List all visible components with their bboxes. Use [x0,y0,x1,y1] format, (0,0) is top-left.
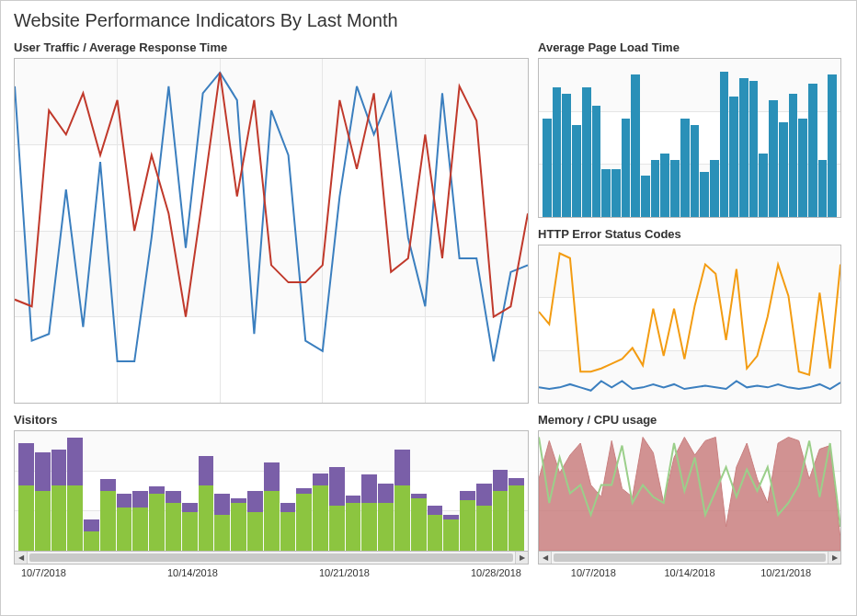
panel-memcpu-title: Memory / CPU usage [538,413,841,427]
panel-load-title: Average Page Load Time [538,40,841,54]
panel-errors-title: HTTP Error Status Codes [538,227,841,241]
bar-stack [35,452,51,551]
panel-visitors: Visitors ◀ ▶ 10/7/201810/14/201810/21/20… [14,413,529,578]
axis-tick: 10/21/2018 [319,567,370,578]
panel-errors: HTTP Error Status Codes [538,227,841,405]
bar-stack [361,474,377,551]
axis-visitors: 10/7/201810/14/201810/21/201810/28/2018 [14,565,529,578]
bar [651,160,660,217]
chart-memcpu-scrollbar[interactable]: ◀ ▶ [538,552,841,565]
bar-stack [280,503,296,551]
scroll-left-icon[interactable]: ◀ [15,552,28,564]
bar-stack [214,494,230,551]
bar [562,94,571,217]
axis-tick: 10/7/2018 [21,567,66,578]
scroll-thumb[interactable] [554,553,826,562]
page-title: Website Performance Indicators By Last M… [5,5,852,35]
chart-errors[interactable] [538,245,841,405]
bar-stack [18,443,34,551]
scroll-left-icon[interactable]: ◀ [539,552,552,564]
bar [710,160,719,217]
bar [700,172,709,216]
panel-memcpu: Memory / CPU usage ◀ ▶ 10/7/201810/14/20… [538,413,841,578]
bar [691,125,700,216]
bar [779,122,788,217]
bar [553,87,562,217]
scroll-right-icon[interactable]: ▶ [515,552,528,564]
bar-stack [247,491,263,551]
bar [789,94,798,217]
chart-visitors[interactable] [14,430,529,552]
scroll-track[interactable] [552,552,828,564]
bar-stack [428,506,443,551]
chart-load[interactable] [538,58,841,218]
bar-stack [296,488,312,551]
bar [808,84,817,216]
bar [818,160,828,217]
chart-traffic[interactable] [14,58,529,404]
bar [720,72,729,217]
bottom-row: Visitors ◀ ▶ 10/7/201810/14/201810/21/20… [14,413,841,578]
panel-traffic: User Traffic / Average Response Time [14,40,529,404]
bar [582,87,591,217]
bar-stack [476,484,492,551]
bar-stack [411,494,427,551]
scroll-track[interactable] [28,552,515,564]
right-column: Average Page Load Time HTTP Error Status… [538,40,841,404]
bar [729,97,738,216]
bar-stack [508,478,524,551]
bar [670,160,680,217]
bar-stack [378,484,394,551]
bar [680,119,690,216]
bar-stack [394,450,410,552]
bar-stack [132,491,148,551]
bar [611,169,621,216]
bar-stack [51,450,67,552]
scroll-right-icon[interactable]: ▶ [828,552,840,564]
bar-stack [329,467,345,551]
bar [660,154,669,217]
bar [543,119,552,216]
axis-tick: 10/28/2018 [471,567,521,578]
bar-stack [67,438,83,552]
bar-stack [149,486,165,551]
dashboard-grid: User Traffic / Average Response Time Ave… [5,35,852,580]
panel-visitors-title: Visitors [14,413,529,427]
bar [749,81,759,216]
axis-memcpu: 10/7/201810/14/201810/21/2018 [538,565,841,578]
bar-stack [443,515,459,551]
panel-load: Average Page Load Time [538,40,841,218]
bar-stack [166,491,181,551]
bar-stack [84,519,99,551]
bar-stack [264,462,280,551]
axis-tick: 10/14/2018 [167,567,218,578]
scroll-thumb[interactable] [29,553,513,562]
bar [592,106,601,216]
bar [828,74,837,216]
bar-stack [313,473,328,552]
bar [601,169,611,216]
bar-stack [117,494,132,551]
bar-stack [199,456,214,551]
bar-stack [182,503,198,551]
axis-tick: 10/14/2018 [642,567,738,578]
bar [798,119,807,216]
bar-stack [346,496,361,551]
bar [641,176,650,217]
bar-stack [100,479,116,551]
bar-stack [231,498,246,551]
axis-tick: 10/7/2018 [545,567,642,578]
bar-stack [460,491,475,551]
bar [622,119,631,216]
chart-visitors-scrollbar[interactable]: ◀ ▶ [14,552,529,565]
chart-memcpu[interactable] [538,430,841,552]
axis-tick: 10/21/2018 [737,567,834,578]
bar [572,125,581,216]
bar [759,154,768,217]
bar [631,74,640,216]
bar [769,100,778,217]
panel-traffic-title: User Traffic / Average Response Time [14,40,529,54]
bar [739,78,748,217]
bar-stack [493,470,508,551]
